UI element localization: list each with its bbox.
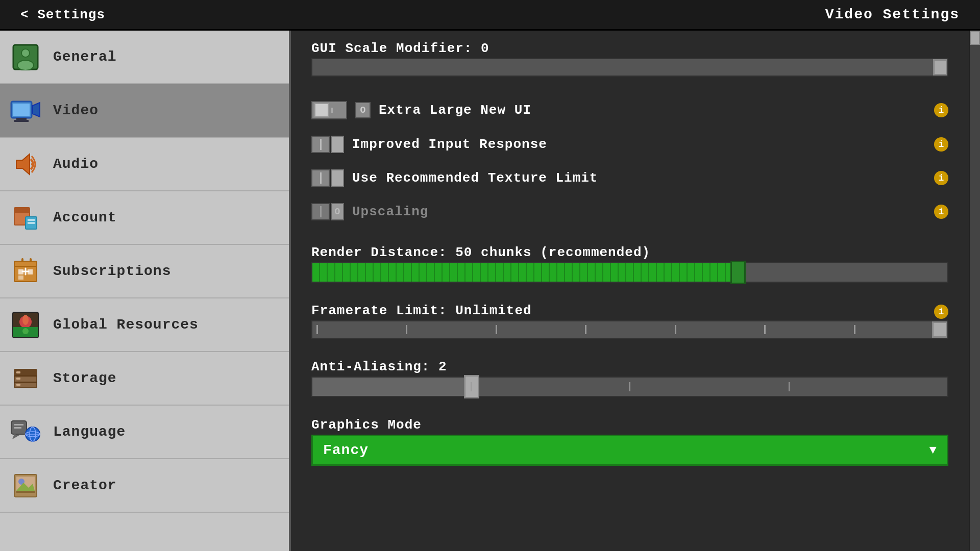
content-scrollbar[interactable]: [969, 31, 980, 551]
render-distance-fill: [312, 263, 738, 282]
graphics-mode-section: Graphics Mode Fancy ▼: [311, 417, 948, 466]
header: < Settings Video Settings: [0, 0, 980, 31]
upscaling-toggle-right: O: [331, 203, 344, 220]
extra-large-ui-toggle[interactable]: [311, 101, 347, 119]
sidebar-item-account-label: Account: [53, 210, 117, 226]
gui-scale-label: GUI Scale Modifier: 0: [311, 41, 948, 56]
svg-rect-6: [14, 120, 29, 122]
framerate-limit-info[interactable]: i: [934, 305, 948, 319]
svg-point-29: [22, 328, 29, 334]
anti-aliasing-fill: [312, 378, 471, 396]
sidebar-item-video[interactable]: Video: [0, 84, 289, 138]
svg-point-1: [21, 49, 30, 57]
sidebar-item-global-resources[interactable]: Global Resources: [0, 298, 289, 352]
sidebar-scroll-area: General Video: [0, 31, 289, 551]
upscaling-row: O Upscaling i: [311, 199, 948, 224]
svg-rect-34: [16, 371, 20, 373]
svg-rect-11: [14, 208, 30, 213]
upscaling-toggle-group: O: [311, 203, 344, 220]
global-resources-icon: [10, 310, 41, 340]
improved-input-row: Improved Input Response i: [311, 132, 948, 157]
framerate-limit-header: Framerate Limit: Unlimited i: [311, 303, 948, 320]
gui-scale-slider[interactable]: [311, 58, 948, 77]
render-distance-track-empty: [738, 263, 947, 282]
svg-rect-32: [14, 375, 37, 377]
gui-scale-thumb: [933, 59, 947, 76]
sidebar: General Video: [0, 31, 291, 551]
page-title: Video Settings: [825, 7, 960, 22]
extra-large-ui-label: Extra Large New UI: [379, 103, 926, 118]
svg-rect-21: [18, 276, 23, 280]
sidebar-item-account[interactable]: Account: [0, 191, 289, 245]
render-distance-track: [312, 263, 947, 282]
audio-icon: [10, 149, 41, 180]
texture-limit-row: Use Recommended Texture Limit i: [311, 165, 948, 191]
texture-limit-toggle-left[interactable]: [311, 169, 330, 187]
improved-input-label: Improved Input Response: [352, 137, 926, 152]
extra-large-ui-knob: [314, 103, 329, 117]
sidebar-item-language-label: Language: [53, 424, 126, 440]
svg-marker-7: [33, 103, 40, 117]
svg-rect-40: [14, 427, 21, 429]
graphics-mode-dropdown[interactable]: Fancy ▼: [311, 435, 948, 466]
general-icon: [10, 42, 41, 72]
svg-rect-39: [14, 424, 23, 425]
gui-scale-section: GUI Scale Modifier: 0: [311, 41, 948, 77]
upscaling-label: Upscaling: [352, 204, 926, 219]
main-layout: General Video: [0, 31, 980, 551]
sidebar-item-storage[interactable]: Storage: [0, 352, 289, 406]
improved-input-info[interactable]: i: [934, 137, 948, 152]
svg-rect-47: [16, 491, 35, 493]
upscaling-info[interactable]: i: [934, 205, 948, 219]
svg-marker-38: [12, 434, 19, 439]
extra-large-ui-info[interactable]: i: [934, 103, 948, 117]
sidebar-item-subscriptions-label: Subscriptions: [53, 263, 171, 279]
anti-aliasing-thumb: [464, 375, 479, 398]
sidebar-item-storage-label: Storage: [53, 370, 117, 386]
render-distance-section: Render Distance: 50 chunks (recommended): [311, 245, 948, 283]
framerate-limit-thumb: [932, 321, 947, 338]
svg-rect-13: [28, 219, 35, 221]
svg-rect-5: [16, 118, 27, 120]
subscriptions-icon: [10, 256, 41, 287]
video-icon: [10, 95, 41, 126]
texture-limit-toggle-right: [331, 169, 344, 187]
sidebar-item-audio[interactable]: Audio: [0, 138, 289, 191]
storage-icon: [10, 363, 41, 394]
svg-point-2: [17, 60, 34, 70]
graphics-mode-label: Graphics Mode: [311, 417, 948, 433]
anti-aliasing-section: Anti-Aliasing: 2: [311, 359, 948, 397]
upscaling-toggle-left[interactable]: [311, 203, 330, 220]
sidebar-item-video-label: Video: [53, 103, 99, 118]
sidebar-item-global-resources-label: Global Resources: [53, 317, 199, 333]
sidebar-item-general[interactable]: General: [0, 31, 289, 84]
texture-limit-info[interactable]: i: [934, 171, 948, 185]
sidebar-item-language[interactable]: Language: [0, 406, 289, 459]
framerate-ticks-container: [312, 321, 947, 338]
framerate-limit-slider[interactable]: [311, 320, 948, 339]
extra-large-ui-row: O Extra Large New UI i: [311, 97, 948, 123]
sidebar-items: General Video: [0, 31, 289, 551]
anti-aliasing-label: Anti-Aliasing: 2: [311, 359, 948, 374]
render-distance-thumb: [730, 261, 746, 284]
sidebar-item-subscriptions[interactable]: Subscriptions: [0, 245, 289, 298]
framerate-limit-label: Framerate Limit: Unlimited: [311, 303, 532, 318]
anti-aliasing-slider[interactable]: [311, 377, 948, 397]
sidebar-item-creator-label: Creator: [53, 478, 117, 493]
svg-rect-35: [16, 378, 20, 380]
improved-input-toggle-left[interactable]: [311, 136, 330, 153]
svg-point-27: [22, 315, 29, 325]
svg-rect-14: [28, 222, 35, 224]
language-icon: [10, 417, 41, 447]
account-icon: [10, 203, 41, 233]
sidebar-item-general-label: General: [53, 49, 117, 65]
graphics-mode-arrow: ▼: [929, 443, 937, 457]
svg-rect-4: [13, 104, 30, 116]
sidebar-item-creator[interactable]: Creator: [0, 459, 289, 513]
content-scroll-area: GUI Scale Modifier: 0 O Extra Large New …: [291, 31, 980, 551]
scrollbar-thumb-top: [970, 31, 980, 45]
extra-large-ui-toggle-right: O: [355, 102, 371, 118]
render-distance-slider[interactable]: [311, 262, 948, 283]
improved-input-toggle-group: [311, 136, 344, 153]
back-button[interactable]: < Settings: [20, 7, 105, 22]
